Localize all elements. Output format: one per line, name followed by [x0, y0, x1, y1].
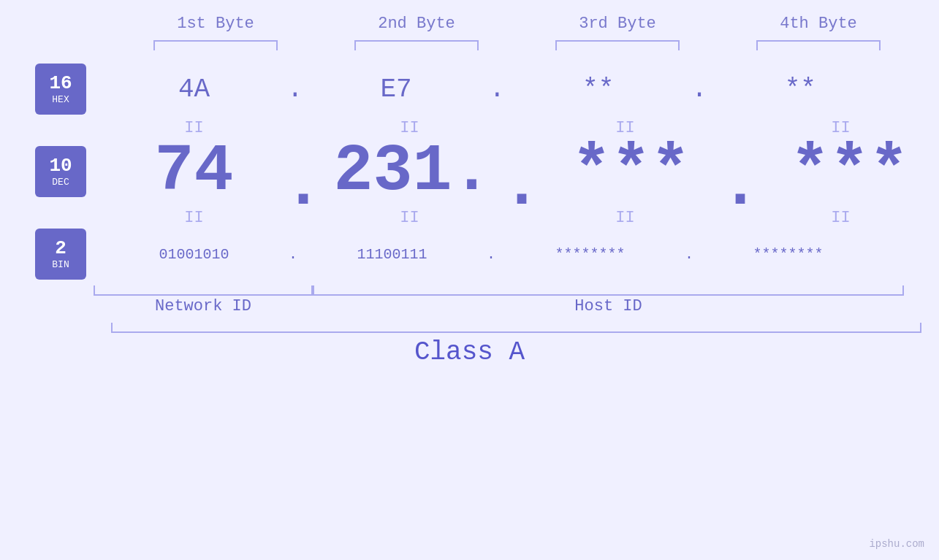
- bin-badge-label: BIN: [52, 259, 69, 270]
- class-bracket: [111, 323, 921, 333]
- network-id-label: Network ID: [94, 297, 313, 315]
- bracket-cell-3: [517, 40, 718, 50]
- top-bracket-1: [153, 40, 278, 50]
- hex-row: 16 HEX 4A . E7 . ** . **: [0, 64, 939, 115]
- header-byte4: 4th Byte: [718, 15, 919, 33]
- dec-badge-num: 10: [49, 156, 72, 177]
- bracket-cell-2: [316, 40, 517, 50]
- network-bracket: [94, 285, 313, 296]
- dec-row: 10 DEC 74 . 231. . *** . ***: [0, 139, 939, 204]
- class-label-row: Class A: [0, 337, 939, 367]
- host-bracket: [313, 285, 904, 296]
- eq2-b1: II: [94, 209, 294, 227]
- eq2-b4: II: [740, 209, 939, 227]
- top-bracket-3: [555, 40, 680, 50]
- id-bracket-row: [0, 285, 939, 296]
- dec-b2: 231.: [312, 139, 513, 204]
- hex-b2: E7: [296, 74, 497, 104]
- top-bracket-4: [756, 40, 881, 50]
- dec-b3: ***: [531, 139, 731, 204]
- eq2-b3: II: [525, 209, 726, 227]
- hex-badge-label: HEX: [52, 94, 69, 105]
- bin-row: 2 BIN 01001010 . 11100111 . ******** . *…: [0, 229, 939, 280]
- equals-row-2: II II II II: [0, 209, 939, 227]
- bin-b4: ********: [688, 246, 889, 263]
- header-byte1: 1st Byte: [115, 15, 316, 33]
- dec-dot2: .: [502, 153, 541, 219]
- class-label: Class A: [414, 337, 525, 367]
- hex-b4: **: [700, 74, 901, 104]
- bracket-cell-1: [115, 40, 316, 50]
- header-byte3: 3rd Byte: [517, 15, 718, 33]
- main-container: 1st Byte 2nd Byte 3rd Byte 4th Byte 16 H…: [0, 0, 939, 560]
- bin-badge: 2 BIN: [35, 229, 86, 280]
- bin-b1: 01001010: [94, 246, 294, 263]
- dec-badge: 10 DEC: [35, 146, 86, 197]
- hex-b1: 4A: [94, 74, 294, 104]
- dec-b1: 74: [94, 139, 294, 204]
- hex-badge: 16 HEX: [35, 64, 86, 115]
- byte-headers: 1st Byte 2nd Byte 3rd Byte 4th Byte: [47, 15, 939, 33]
- host-id-label: Host ID: [313, 297, 904, 315]
- top-bracket-2: [354, 40, 479, 50]
- dec-dot3: .: [721, 153, 760, 219]
- bin-b2: 11100111: [292, 246, 493, 263]
- header-byte2: 2nd Byte: [316, 15, 517, 33]
- dec-badge-label: DEC: [52, 177, 69, 188]
- bracket-cell-4: [718, 40, 919, 50]
- dec-dot1: .: [284, 153, 323, 219]
- hex-badge-num: 16: [49, 73, 72, 94]
- dec-b4: ***: [749, 139, 939, 204]
- bin-badge-num: 2: [55, 238, 66, 259]
- hex-b3: **: [498, 74, 699, 104]
- eq2-b2: II: [309, 209, 510, 227]
- id-labels-row: Network ID Host ID: [0, 297, 939, 315]
- bin-b3: ********: [490, 246, 691, 263]
- watermark: ipshu.com: [869, 538, 924, 550]
- top-bracket-row: [47, 40, 939, 50]
